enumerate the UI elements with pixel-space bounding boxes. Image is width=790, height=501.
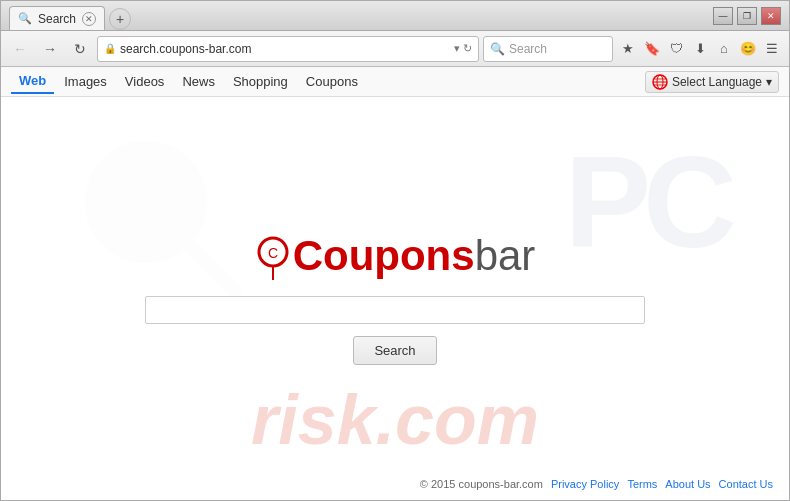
address-bar[interactable]: 🔒 search.coupons-bar.com ▾ ↻ — [97, 36, 479, 62]
svg-line-7 — [189, 245, 236, 292]
tab-web[interactable]: Web — [11, 69, 54, 94]
window-controls: — ❐ ✕ — [713, 7, 781, 25]
logo: C Coupons bar — [255, 232, 536, 280]
browser-search-bar[interactable]: 🔍 Search — [483, 36, 613, 62]
tab-area: 🔍 Search ✕ + — [9, 1, 713, 30]
globe-icon — [652, 74, 668, 90]
main-search-input[interactable] — [145, 296, 645, 324]
forward-button[interactable]: → — [37, 36, 63, 62]
active-tab[interactable]: 🔍 Search ✕ — [9, 6, 105, 30]
select-language-label: Select Language — [672, 75, 762, 89]
about-us-link[interactable]: About Us — [665, 478, 710, 490]
home-icon[interactable]: ⌂ — [713, 38, 735, 60]
search-button[interactable]: Search — [353, 336, 436, 365]
tab-coupons[interactable]: Coupons — [298, 70, 366, 93]
footer: © 2015 coupons-bar.com Privacy Policy Te… — [420, 478, 773, 490]
svg-point-5 — [91, 147, 201, 257]
reload-icon: ↻ — [463, 42, 472, 55]
terms-link[interactable]: Terms — [627, 478, 657, 490]
tab-icon: 🔍 — [18, 12, 32, 25]
search-area: Search — [145, 296, 645, 365]
magnifier-watermark — [81, 137, 241, 297]
logo-coupons-text: Coupons — [293, 232, 475, 280]
bookmark-icon[interactable]: 🔖 — [641, 38, 663, 60]
minimize-button[interactable]: — — [713, 7, 733, 25]
svg-point-6 — [116, 172, 156, 212]
refresh-button[interactable]: ↻ — [67, 36, 93, 62]
shield-icon[interactable]: 🛡 — [665, 38, 687, 60]
lock-icon: 🔒 — [104, 43, 116, 54]
coupons-icon: C — [255, 236, 291, 280]
select-language-button[interactable]: Select Language ▾ — [645, 71, 779, 93]
bookmark-star-icon: ▾ — [454, 42, 460, 55]
browser-window: 🔍 Search ✕ + — ❐ ✕ ← → ↻ 🔒 search.coupon… — [0, 0, 790, 501]
download-icon[interactable]: ⬇ — [689, 38, 711, 60]
logo-area: C Coupons bar — [255, 232, 536, 280]
address-icons: ▾ ↻ — [454, 42, 472, 55]
search-tabs-bar: Web Images Videos News Shopping Coupons … — [1, 67, 789, 97]
back-button[interactable]: ← — [7, 36, 33, 62]
tab-close-button[interactable]: ✕ — [82, 12, 96, 26]
restore-button[interactable]: ❐ — [737, 7, 757, 25]
privacy-policy-link[interactable]: Privacy Policy — [551, 478, 619, 490]
copyright-text: © 2015 coupons-bar.com — [420, 478, 543, 490]
tab-videos[interactable]: Videos — [117, 70, 173, 93]
logo-bar-text: bar — [475, 232, 536, 280]
search-placeholder: Search — [509, 42, 547, 56]
profile-icon[interactable]: 😊 — [737, 38, 759, 60]
language-dropdown-arrow: ▾ — [766, 75, 772, 89]
menu-icon[interactable]: ☰ — [761, 38, 783, 60]
risk-watermark: risk.com — [251, 380, 539, 460]
address-text: search.coupons-bar.com — [120, 42, 450, 56]
contact-us-link[interactable]: Contact Us — [719, 478, 773, 490]
star-icon[interactable]: ★ — [617, 38, 639, 60]
tab-news[interactable]: News — [174, 70, 223, 93]
new-tab-button[interactable]: + — [109, 8, 131, 30]
svg-text:C: C — [268, 245, 278, 261]
title-bar: 🔍 Search ✕ + — ❐ ✕ — [1, 1, 789, 31]
search-icon: 🔍 — [490, 42, 505, 56]
main-content: PC risk.com C Coupons bar Search — [1, 97, 789, 500]
tab-shopping[interactable]: Shopping — [225, 70, 296, 93]
close-button[interactable]: ✕ — [761, 7, 781, 25]
toolbar-icons: ★ 🔖 🛡 ⬇ ⌂ 😊 ☰ — [617, 38, 783, 60]
tab-title: Search — [38, 12, 76, 26]
pc-watermark: PC — [564, 127, 729, 277]
tab-images[interactable]: Images — [56, 70, 115, 93]
navigation-bar: ← → ↻ 🔒 search.coupons-bar.com ▾ ↻ 🔍 Sea… — [1, 31, 789, 67]
